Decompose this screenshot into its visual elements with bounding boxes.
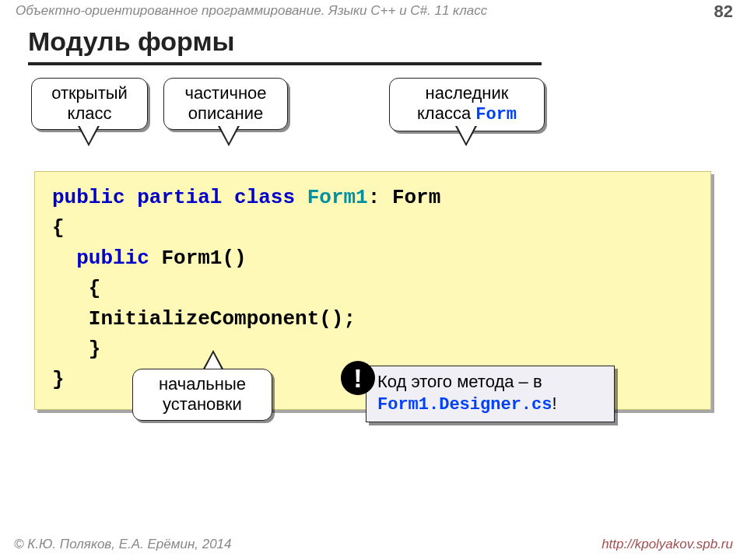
note-filename: Form1.Designer.cs <box>377 395 552 415</box>
callout-line: наследник <box>426 83 509 103</box>
kw: class <box>234 186 295 209</box>
brace: { <box>52 216 65 240</box>
code-line: InitializeComponent(); <box>89 307 356 331</box>
note-line: Код этого метода – в <box>377 372 542 391</box>
code-text: : Form <box>368 186 441 209</box>
callout-line: класс <box>68 103 112 123</box>
exclamation-icon: ! <box>341 361 375 395</box>
callout-open-class: открытый класс <box>31 78 148 130</box>
note-bang: ! <box>552 394 556 413</box>
brace: } <box>89 338 101 361</box>
callout-line: класса <box>417 103 475 123</box>
page-number: 82 <box>714 2 733 22</box>
course-header: Объектно-ориентированное программировани… <box>0 0 747 22</box>
callout-tail <box>202 350 224 370</box>
kw: public <box>76 247 149 270</box>
kw: public <box>52 186 125 209</box>
note-designer-file: Код этого метода – в Form1.Designer.cs! <box>366 366 615 422</box>
callout-line: частичное <box>184 83 266 103</box>
callout-line: описание <box>188 103 263 123</box>
title-underline <box>28 62 542 65</box>
callout-line: установки <box>163 394 242 414</box>
brace: { <box>89 277 101 300</box>
type-name: Form1 <box>307 186 368 209</box>
callout-inherits: наследник класса Form <box>389 78 545 131</box>
kw: partial <box>137 186 222 209</box>
callout-line: начальные <box>159 374 246 394</box>
callout-tail <box>455 126 477 146</box>
callout-partial: частичное описание <box>163 78 288 130</box>
callout-code: Form <box>475 105 517 124</box>
callout-line: открытый <box>51 83 128 103</box>
slide-title: Модуль формы <box>28 26 235 57</box>
callout-initial-setup: начальные установки <box>132 369 272 421</box>
brace: } <box>52 368 65 391</box>
footer-copyright: © К.Ю. Поляков, Е.А. Ерёмин, 2014 <box>14 537 232 552</box>
callout-tail <box>78 126 100 146</box>
footer-url: http://kpolyakov.spb.ru <box>601 537 733 552</box>
ctor: Form1() <box>161 247 246 270</box>
callout-tail <box>218 126 240 146</box>
